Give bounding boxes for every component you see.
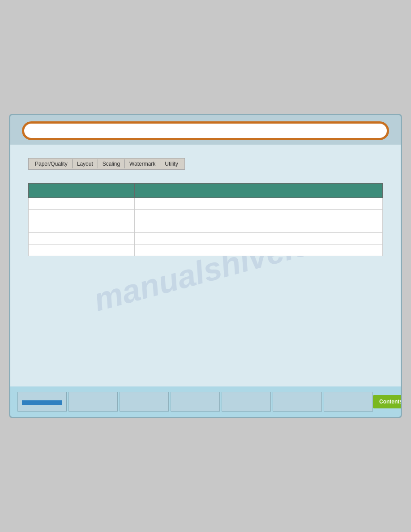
table-row xyxy=(29,245,383,256)
table-cell xyxy=(135,198,383,210)
header-cell-2 xyxy=(135,184,383,198)
tab-scaling[interactable]: Scaling xyxy=(98,159,125,168)
bottom-tab-highlight xyxy=(22,400,62,405)
bottom-tab-7[interactable] xyxy=(324,392,373,412)
header-cell-1 xyxy=(29,184,135,198)
table-cell xyxy=(29,210,135,221)
bottom-tab-1[interactable] xyxy=(17,392,67,412)
data-table xyxy=(28,183,383,256)
table-row xyxy=(29,233,383,245)
bottom-tab-6[interactable] xyxy=(273,392,322,412)
table-cell xyxy=(29,198,135,210)
table-row xyxy=(29,210,383,221)
table-cell xyxy=(29,221,135,233)
bottom-tab-5[interactable] xyxy=(222,392,271,412)
table-row xyxy=(29,221,383,233)
tab-layout[interactable]: Layout xyxy=(73,159,98,168)
title-bar xyxy=(22,121,389,140)
bottom-tab-4[interactable] xyxy=(171,392,220,412)
bottom-tab-3[interactable] xyxy=(120,392,169,412)
table-header-row xyxy=(29,184,383,198)
tab-watermark[interactable]: Watermark xyxy=(125,159,160,168)
header-area xyxy=(10,115,401,145)
contents-button[interactable]: Contents xyxy=(373,395,402,408)
table-container xyxy=(28,183,383,256)
tab-paper-quality[interactable]: Paper/Quality xyxy=(30,159,73,168)
nav-buttons: Contents Index xyxy=(373,394,402,410)
table-row xyxy=(29,198,383,210)
table-cell xyxy=(29,233,135,245)
main-container: manualshive.com Paper/Quality Layout Sca… xyxy=(9,114,402,418)
table-cell xyxy=(135,245,383,256)
bottom-nav: Contents Index xyxy=(10,386,401,417)
tab-utility[interactable]: Utility xyxy=(160,159,182,168)
page-wrapper: manualshive.com Paper/Quality Layout Sca… xyxy=(0,0,411,532)
table-cell xyxy=(29,245,135,256)
tabs-container: Paper/Quality Layout Scaling Watermark U… xyxy=(28,158,383,170)
bottom-tab-2[interactable] xyxy=(68,392,118,412)
table-cell xyxy=(135,221,383,233)
table-cell xyxy=(135,233,383,245)
content-area: manualshive.com Paper/Quality Layout Sca… xyxy=(10,145,401,386)
table-cell xyxy=(135,210,383,221)
tabs-bar: Paper/Quality Layout Scaling Watermark U… xyxy=(28,158,185,170)
bottom-tabs xyxy=(17,392,373,412)
